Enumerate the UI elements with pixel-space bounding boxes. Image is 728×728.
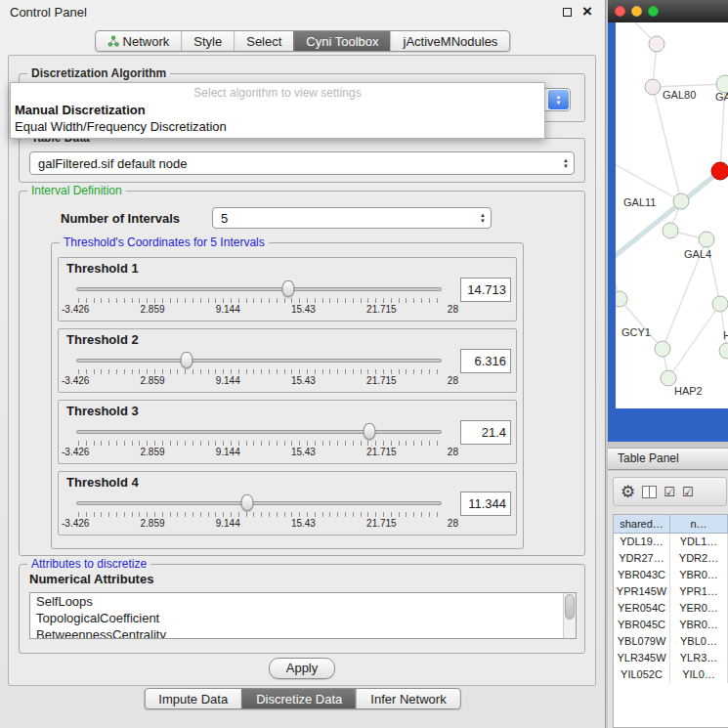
network-node-label: GAL11 bbox=[623, 196, 656, 208]
table-row[interactable]: YLR345WYLR3… bbox=[614, 650, 728, 666]
scale-label: 28 bbox=[448, 304, 458, 315]
slider-scale: -3.4262.8599.14415.4321.71528 bbox=[62, 518, 458, 529]
threshold-slider[interactable]: -3.4262.8599.14415.4321.71528 bbox=[68, 278, 450, 320]
threshold-slider[interactable]: -3.4262.8599.14415.4321.71528 bbox=[68, 492, 450, 534]
zoom-traffic-light-icon[interactable] bbox=[648, 6, 659, 17]
network-node-label: GAL4 bbox=[684, 248, 711, 260]
scale-label: 2.859 bbox=[141, 304, 165, 315]
table-row[interactable]: YBR043CYBR0… bbox=[614, 567, 728, 583]
table-cell: YLR3… bbox=[670, 650, 728, 666]
algorithm-option[interactable]: Equal Width/Frequency Discretization bbox=[11, 118, 544, 135]
columns-icon[interactable] bbox=[642, 486, 657, 498]
network-edge bbox=[653, 84, 725, 87]
network-node[interactable] bbox=[711, 162, 728, 180]
select-none-icon[interactable]: ☑ bbox=[682, 485, 694, 499]
tab-select[interactable]: Select bbox=[234, 31, 293, 51]
float-window-icon[interactable] bbox=[563, 8, 572, 17]
network-node[interactable] bbox=[616, 291, 627, 307]
table-row[interactable]: YPR145WYPR1… bbox=[614, 583, 728, 600]
threshold-value-field[interactable]: 6.316 bbox=[460, 349, 511, 373]
table-row[interactable]: YDL19…YDL1… bbox=[614, 534, 728, 550]
network-node-label: GCY1 bbox=[621, 326, 651, 338]
threshold-value-field[interactable]: 14.713 bbox=[460, 278, 511, 302]
column-header[interactable]: shared… bbox=[614, 515, 670, 533]
slider-scale: -3.4262.8599.14415.4321.71528 bbox=[62, 447, 458, 457]
table-cell: YLR345W bbox=[614, 650, 670, 666]
table-row[interactable]: YBL079WYBL0… bbox=[614, 633, 728, 650]
tab-cyni-toolbox[interactable]: Cyni Toolbox bbox=[293, 31, 390, 51]
slider-ticks bbox=[78, 441, 440, 446]
minimize-traffic-light-icon[interactable] bbox=[631, 6, 642, 17]
gear-icon[interactable]: ⚙ bbox=[621, 482, 635, 502]
attribute-item[interactable]: TopologicalCoefficient bbox=[30, 610, 576, 626]
network-node[interactable] bbox=[649, 36, 664, 52]
algorithm-option[interactable]: Manual Discretization bbox=[11, 102, 544, 118]
slider-thumb[interactable] bbox=[364, 423, 376, 440]
slider-thumb[interactable] bbox=[180, 352, 193, 368]
attribute-item[interactable]: SelfLoops bbox=[30, 593, 576, 610]
threshold-box: Threshold 411.344-3.4262.8599.14415.4321… bbox=[58, 471, 517, 535]
threshold-value-field[interactable]: 21.4 bbox=[460, 420, 511, 445]
attribute-item[interactable]: BetweennessCentrality bbox=[30, 626, 576, 639]
tab-network[interactable]: Network bbox=[96, 31, 182, 51]
interval-definition-title: Interval Definition bbox=[27, 184, 126, 197]
tab-style[interactable]: Style bbox=[181, 31, 234, 51]
table-cell: YER0… bbox=[670, 600, 728, 617]
table-row[interactable]: YBR045CYBR0… bbox=[614, 617, 728, 633]
scale-label: 28 bbox=[448, 518, 458, 529]
network-node-label: GAL80 bbox=[663, 89, 696, 101]
threshold-value-field[interactable]: 11.344 bbox=[460, 492, 511, 516]
network-node[interactable] bbox=[712, 296, 728, 312]
combo-stepper-icon[interactable]: ▲ ▼ bbox=[548, 90, 569, 109]
bottom-tab-discretize-data[interactable]: Discretize Data bbox=[241, 689, 356, 708]
numerical-attributes-list[interactable]: SelfLoopsTopologicalCoefficientBetweenne… bbox=[29, 592, 577, 639]
attributes-group: Attributes to discretize Numerical Attri… bbox=[19, 564, 585, 654]
tab-label: Select bbox=[246, 34, 281, 49]
network-node-label: H bbox=[723, 329, 728, 341]
interval-definition-group: Interval Definition Number of Intervals … bbox=[19, 191, 585, 556]
table-cell: YBL079W bbox=[614, 633, 670, 650]
slider-track bbox=[76, 430, 442, 434]
scale-label: 9.144 bbox=[216, 375, 240, 386]
network-node-label: GA bbox=[715, 91, 728, 103]
node-table: shared…n… YDL19…YDL1…YDR27…YDR2…YBR043CY… bbox=[613, 514, 728, 728]
network-node[interactable] bbox=[673, 193, 689, 209]
table-cell: YIL052C bbox=[614, 666, 670, 683]
list-scrollbar[interactable] bbox=[563, 593, 576, 638]
network-node[interactable] bbox=[655, 341, 670, 357]
select-all-icon[interactable]: ☑ bbox=[664, 485, 675, 499]
scale-label: 21.715 bbox=[366, 447, 397, 457]
network-node[interactable] bbox=[645, 79, 661, 95]
network-node[interactable] bbox=[719, 343, 728, 359]
slider-thumb[interactable] bbox=[282, 280, 295, 297]
table-cell: YPR145W bbox=[614, 583, 670, 600]
network-canvas[interactable]: GAL80GAGAL11GAL4GCY1HAP2H bbox=[616, 22, 728, 408]
table-row[interactable]: YDR27…YDR2… bbox=[614, 550, 728, 567]
network-node[interactable] bbox=[663, 223, 678, 238]
threshold-label: Threshold 4 bbox=[66, 475, 139, 490]
slider-thumb[interactable] bbox=[241, 494, 254, 511]
table-row[interactable]: YER054CYER0… bbox=[614, 600, 728, 617]
table-panel-header: Table Panel bbox=[608, 448, 728, 470]
network-node[interactable] bbox=[661, 370, 676, 386]
tab-jactivemnodules[interactable]: jActiveMNodules bbox=[391, 31, 510, 51]
network-node[interactable] bbox=[699, 232, 714, 247]
number-of-intervals-spinner[interactable]: 5 ▲ ▼ bbox=[212, 207, 492, 229]
control-panel-window: Control Panel × NetworkStyleSelectCyni T… bbox=[0, 0, 606, 728]
table-data-combobox[interactable]: galFiltered.sif default node ▲ ▼ bbox=[29, 151, 575, 175]
table-cell: YDL1… bbox=[670, 534, 728, 550]
close-window-icon[interactable]: × bbox=[582, 3, 592, 21]
column-header[interactable]: n… bbox=[670, 515, 728, 533]
table-data-group: Table Data galFiltered.sif default node … bbox=[19, 138, 585, 183]
bottom-tab-impute-data[interactable]: Impute Data bbox=[145, 689, 241, 708]
threshold-slider[interactable]: -3.4262.8599.14415.4321.71528 bbox=[68, 350, 450, 391]
algorithm-dropdown-popup: Select algorithm to view settings Manual… bbox=[10, 82, 545, 139]
close-traffic-light-icon[interactable] bbox=[615, 6, 625, 17]
scrollbar-thumb[interactable] bbox=[565, 594, 575, 620]
threshold-label: Threshold 3 bbox=[66, 404, 139, 418]
apply-button[interactable]: Apply bbox=[269, 658, 335, 679]
bottom-tab-infer-network[interactable]: Infer Network bbox=[356, 689, 459, 708]
table-row[interactable]: YIL052CYIL0… bbox=[614, 666, 728, 683]
threshold-slider[interactable]: -3.4262.8599.14415.4321.71528 bbox=[68, 421, 450, 462]
table-cell: YBR043C bbox=[614, 567, 670, 583]
